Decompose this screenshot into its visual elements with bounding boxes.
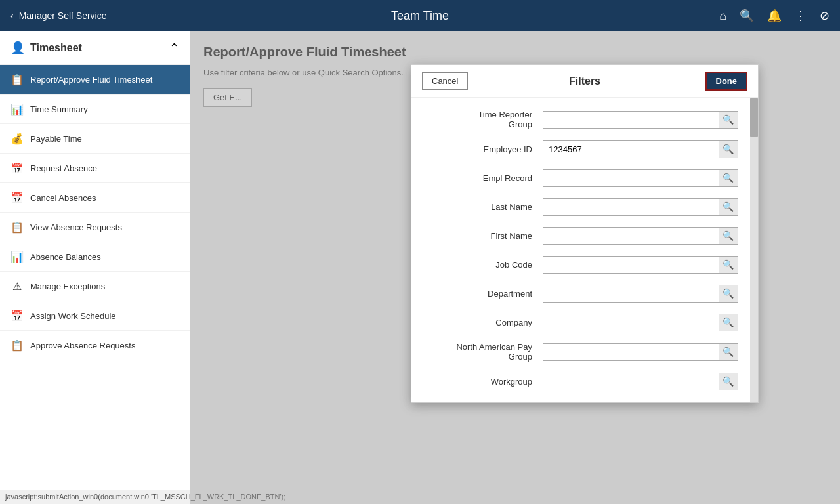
job-code-search-button[interactable]: 🔍	[719, 256, 738, 274]
request-absence-icon: 📅	[10, 161, 24, 175]
input-wrap-job-code: 🔍	[543, 256, 738, 274]
input-wrap-na-pay-group: 🔍	[543, 343, 738, 361]
back-button[interactable]: ‹ Manager Self Service	[10, 10, 107, 21]
filters-modal: Cancel Filters Done Time ReporterGroup 🔍	[411, 64, 759, 403]
assign-work-icon: 📅	[10, 309, 24, 322]
form-row-company: Company 🔍	[411, 308, 758, 337]
label-department: Department	[425, 289, 543, 299]
label-empl-record: Empl Record	[425, 173, 543, 183]
first-name-search-button[interactable]: 🔍	[719, 227, 738, 245]
chevron-left-icon: ‹	[10, 10, 14, 21]
back-label: Manager Self Service	[19, 10, 107, 21]
empl-record-input[interactable]	[543, 169, 738, 187]
time-summary-icon: 📊	[10, 102, 24, 116]
sidebar-section-title: 👤 Timesheet	[10, 41, 82, 55]
timesheet-icon: 👤	[10, 41, 25, 55]
sidebar-item-cancel-absences[interactable]: 📅 Cancel Absences	[0, 183, 190, 213]
done-button[interactable]: Done	[705, 72, 748, 91]
form-row-employee-id: Employee ID 🔍	[411, 135, 758, 163]
modal-title: Filters	[569, 75, 600, 87]
approve-absence-icon: 📋	[10, 339, 24, 352]
workgroup-search-button[interactable]: 🔍	[719, 373, 738, 390]
label-workgroup: Workgroup	[425, 377, 543, 387]
form-row-department: Department 🔍	[411, 279, 758, 308]
company-search-button[interactable]: 🔍	[719, 314, 738, 331]
form-row-time-reporter-group: Time ReporterGroup 🔍	[411, 104, 758, 135]
sidebar-item-absence-balances[interactable]: 📊 Absence Balances	[0, 242, 190, 272]
label-time-reporter-group: Time ReporterGroup	[425, 110, 543, 129]
company-input[interactable]	[543, 314, 738, 331]
absence-balances-icon: 📊	[10, 250, 24, 263]
search-icon[interactable]: 🔍	[740, 9, 754, 23]
modal-header: Cancel Filters Done	[411, 65, 758, 98]
na-pay-group-search-button[interactable]: 🔍	[719, 343, 738, 361]
top-nav: ‹ Manager Self Service Team Time ⌂ 🔍 🔔 ⋮…	[0, 0, 840, 32]
more-options-icon[interactable]: ⋮	[795, 9, 807, 23]
time-reporter-group-input[interactable]	[543, 111, 738, 129]
sidebar-header: 👤 Timesheet ⌃	[0, 32, 190, 65]
input-wrap-last-name: 🔍	[543, 198, 738, 216]
scrollbar[interactable]	[750, 98, 758, 402]
input-wrap-workgroup: 🔍	[543, 373, 738, 390]
sidebar-item-request-absence[interactable]: 📅 Request Absence	[0, 154, 190, 183]
employee-id-input[interactable]	[543, 140, 738, 158]
view-absence-icon: 📋	[10, 220, 24, 234]
sidebar-item-manage-exceptions[interactable]: ⚠ Manage Exceptions	[0, 272, 190, 301]
report-approve-icon: 📋	[10, 73, 24, 86]
last-name-input[interactable]	[543, 198, 738, 216]
input-wrap-department: 🔍	[543, 285, 738, 303]
input-wrap-empl-record: 🔍	[543, 169, 738, 187]
sidebar-item-view-absence[interactable]: 📋 View Absence Requests	[0, 213, 190, 242]
form-row-workgroup: Workgroup 🔍	[411, 367, 758, 396]
form-row-na-pay-group: North American PayGroup 🔍	[411, 337, 758, 367]
time-reporter-group-search-button[interactable]: 🔍	[719, 111, 738, 129]
department-input[interactable]	[543, 285, 738, 303]
na-pay-group-input[interactable]	[543, 343, 738, 361]
input-wrap-company: 🔍	[543, 314, 738, 331]
sidebar: 👤 Timesheet ⌃ 📋 Report/Approve Fluid Tim…	[0, 32, 190, 504]
payable-time-icon: 💰	[10, 132, 24, 145]
home-icon[interactable]: ⌂	[719, 9, 726, 23]
job-code-input[interactable]	[543, 256, 738, 274]
empl-record-search-button[interactable]: 🔍	[719, 169, 738, 187]
sidebar-item-time-summary[interactable]: 📊 Time Summary	[0, 94, 190, 124]
cancel-absences-icon: 📅	[10, 191, 24, 204]
input-wrap-time-reporter-group: 🔍	[543, 111, 738, 129]
last-name-search-button[interactable]: 🔍	[719, 198, 738, 216]
manage-exceptions-icon: ⚠	[10, 280, 24, 293]
form-row-last-name: Last Name 🔍	[411, 192, 758, 221]
main-layout: 👤 Timesheet ⌃ 📋 Report/Approve Fluid Tim…	[0, 32, 840, 504]
label-first-name: First Name	[425, 231, 543, 241]
scroll-thumb[interactable]	[750, 98, 758, 137]
input-wrap-employee-id: 🔍	[543, 140, 738, 158]
sidebar-item-approve-absence[interactable]: 📋 Approve Absence Requests	[0, 331, 190, 360]
label-company: Company	[425, 318, 543, 327]
first-name-input[interactable]	[543, 227, 738, 245]
label-last-name: Last Name	[425, 202, 543, 212]
input-wrap-first-name: 🔍	[543, 227, 738, 245]
label-employee-id: Employee ID	[425, 144, 543, 154]
content-area: Report/Approve Fluid Timesheet Use filte…	[190, 32, 840, 504]
sidebar-item-payable-time[interactable]: 💰 Payable Time	[0, 124, 190, 154]
form-row-empl-record: Empl Record 🔍	[411, 163, 758, 192]
modal-body: Time ReporterGroup 🔍 Employee ID 🔍	[411, 98, 758, 402]
sidebar-item-report-approve[interactable]: 📋 Report/Approve Fluid Timesheet	[0, 65, 190, 94]
cancel-button[interactable]: Cancel	[422, 72, 468, 90]
sidebar-item-assign-work[interactable]: 📅 Assign Work Schedule	[0, 301, 190, 331]
collapse-icon[interactable]: ⌃	[169, 41, 179, 55]
workgroup-input[interactable]	[543, 373, 738, 390]
employee-id-search-button[interactable]: 🔍	[719, 140, 738, 158]
form-row-job-code: Job Code 🔍	[411, 250, 758, 279]
label-job-code: Job Code	[425, 260, 543, 270]
department-search-button[interactable]: 🔍	[719, 285, 738, 303]
circle-slash-icon[interactable]: ⊘	[820, 9, 830, 23]
app-title: Team Time	[391, 9, 449, 23]
top-nav-icons: ⌂ 🔍 🔔 ⋮ ⊘	[719, 9, 830, 23]
form-row-first-name: First Name 🔍	[411, 221, 758, 250]
label-na-pay-group: North American PayGroup	[425, 342, 543, 362]
bell-icon[interactable]: 🔔	[767, 9, 782, 23]
